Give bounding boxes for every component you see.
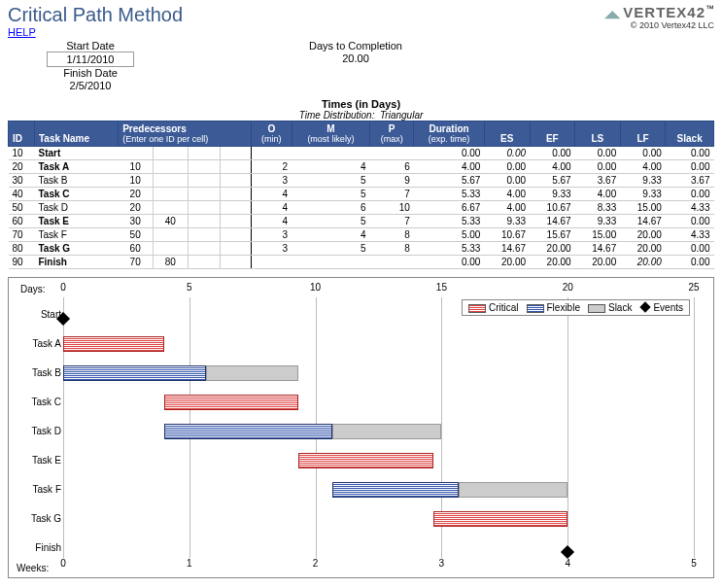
slack-bar bbox=[459, 482, 567, 498]
times-title: Times (in Days) bbox=[8, 98, 714, 110]
gantt-row-label: Task G bbox=[15, 513, 61, 524]
flexible-bar bbox=[332, 482, 459, 498]
table-row[interactable]: 50Task D2046106.674.0010.678.3315.004.33 bbox=[9, 201, 714, 215]
gantt-row-label: Task F bbox=[15, 484, 61, 495]
finish-date-value: 2/5/2010 bbox=[47, 79, 134, 92]
gantt-chart: Days: Weeks: 0510152025 012345 Critical … bbox=[8, 277, 714, 578]
table-row[interactable]: 80Task G603585.3314.6720.0014.6720.000.0… bbox=[9, 242, 714, 256]
gantt-row: Task E bbox=[15, 449, 694, 478]
col-dur: Duration(exp. time) bbox=[414, 121, 485, 147]
critical-bar bbox=[164, 395, 298, 410]
gantt-row: Task F bbox=[15, 478, 694, 507]
gantt-row: Task B bbox=[15, 362, 694, 391]
gantt-row-label: Task D bbox=[15, 426, 61, 436]
table-row[interactable]: 30Task B103595.670.005.673.679.333.67 bbox=[9, 174, 714, 188]
day-tick: 25 bbox=[688, 282, 699, 293]
table-row[interactable]: 20Task A102464.000.004.000.004.000.00 bbox=[9, 160, 714, 174]
day-tick: 5 bbox=[187, 282, 192, 293]
col-ef: EF bbox=[530, 121, 575, 147]
col-pred: Predecessors(Enter one ID per cell) bbox=[119, 121, 252, 147]
gantt-row-label: Task B bbox=[15, 367, 61, 378]
table-row[interactable]: 60Task E30404575.339.3314.679.3314.670.0… bbox=[9, 215, 714, 228]
col-p: P(max) bbox=[370, 121, 414, 147]
help-link[interactable]: HELP bbox=[8, 26, 36, 38]
days-completion-value: 20.00 bbox=[312, 52, 399, 65]
event-marker bbox=[561, 545, 574, 559]
gantt-row-label: Task E bbox=[15, 455, 61, 466]
table-row[interactable]: 40Task C204575.334.009.334.009.330.00 bbox=[9, 188, 714, 201]
table-row[interactable]: 90Finish70800.0020.0020.0020.0020.000.00 bbox=[9, 256, 714, 269]
col-lf: LF bbox=[620, 121, 666, 147]
col-id: ID bbox=[9, 121, 35, 147]
gantt-row-label: Task A bbox=[15, 338, 61, 349]
gantt-row: Task C bbox=[15, 391, 694, 420]
days-completion-label: Days to Completion bbox=[309, 40, 402, 52]
logo-block: ◢◣ VERTEX42™ © 2010 Vertex42 LLC bbox=[604, 4, 714, 30]
col-ls: LS bbox=[575, 121, 621, 147]
col-o: O(min) bbox=[252, 121, 292, 147]
gantt-row-label: Task C bbox=[15, 397, 61, 407]
days-axis-label: Days: bbox=[20, 284, 46, 294]
critical-bar bbox=[433, 511, 567, 527]
logo-tm: ™ bbox=[705, 4, 714, 14]
gantt-row: Task D bbox=[15, 420, 694, 449]
slack-bar bbox=[332, 424, 441, 439]
day-tick: 10 bbox=[310, 282, 321, 293]
gantt-row: Task G bbox=[15, 507, 694, 536]
day-tick: 20 bbox=[563, 282, 573, 293]
flexible-bar bbox=[63, 365, 206, 381]
slack-bar bbox=[206, 365, 298, 381]
logo-text: VERTEX42 bbox=[623, 4, 705, 20]
table-row[interactable]: 70Task F503485.0010.6715.6715.0020.004.3… bbox=[9, 228, 714, 242]
page-title: Critical Path Method bbox=[8, 4, 183, 26]
finish-date-label: Finish Date bbox=[47, 67, 134, 79]
col-es: ES bbox=[484, 121, 530, 147]
times-sub: Time Distribution: Triangular bbox=[8, 110, 714, 121]
day-tick: 15 bbox=[436, 282, 447, 293]
critical-bar bbox=[298, 453, 433, 468]
copyright: © 2010 Vertex42 LLC bbox=[604, 20, 714, 30]
gantt-row-label: Finish bbox=[15, 542, 61, 553]
gantt-row: Start bbox=[15, 303, 694, 332]
flexible-bar bbox=[164, 424, 332, 439]
task-table: ID Task Name Predecessors(Enter one ID p… bbox=[8, 121, 714, 269]
col-slack: Slack bbox=[666, 121, 714, 147]
logo-icon: ◢◣ bbox=[604, 8, 620, 19]
gantt-row-label: Start bbox=[15, 309, 61, 320]
col-name: Task Name bbox=[34, 121, 118, 147]
col-m: M(most likely) bbox=[292, 121, 369, 147]
start-date-label: Start Date bbox=[47, 40, 134, 52]
start-date-value[interactable]: 1/11/2010 bbox=[47, 52, 134, 67]
table-row[interactable]: 10Start0.000.000.000.000.000.00 bbox=[9, 147, 714, 160]
gantt-row: Task A bbox=[15, 332, 694, 362]
gantt-row: Finish bbox=[15, 536, 694, 566]
day-tick: 0 bbox=[60, 282, 66, 293]
critical-bar bbox=[63, 336, 164, 352]
